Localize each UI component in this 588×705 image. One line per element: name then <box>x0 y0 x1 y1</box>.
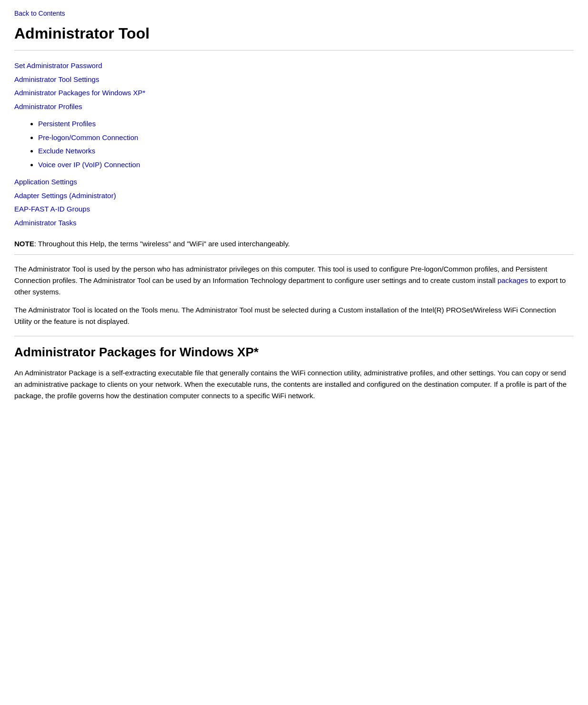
list-item: Pre-logon/Common Connection <box>38 131 574 145</box>
packages-inline-link[interactable]: packages <box>497 276 528 284</box>
body-section: The Administrator Tool is used by the pe… <box>14 263 574 327</box>
page-title: Administrator Tool <box>14 25 574 42</box>
list-item: Persistent Profiles <box>38 117 574 131</box>
toc-sublink-prelogon[interactable]: Pre-logon/Common Connection <box>38 131 574 145</box>
packages-section-heading: Administrator Packages for Windows XP* <box>14 345 574 360</box>
toc-link-admin-tasks[interactable]: Administrator Tasks <box>14 216 574 230</box>
toc-sublink-persistent-profiles[interactable]: Persistent Profiles <box>38 117 574 131</box>
toc-link-adapter-settings[interactable]: Adapter Settings (Administrator) <box>14 189 574 203</box>
list-item: Exclude Networks <box>38 144 574 158</box>
toc-sublink-exclude-networks[interactable]: Exclude Networks <box>38 144 574 158</box>
list-item: Voice over IP (VoIP) Connection <box>38 158 574 172</box>
toc-links: Set Administrator Password Administrator… <box>14 59 574 230</box>
body-paragraph-2: The Administrator Tool is located on the… <box>14 304 574 327</box>
packages-section: Administrator Packages for Windows XP* A… <box>14 345 574 402</box>
toc-link-set-admin-password[interactable]: Set Administrator Password <box>14 59 574 73</box>
toc-sublist: Persistent Profiles Pre-logon/Common Con… <box>38 117 574 171</box>
back-to-contents-link[interactable]: Back to Contents <box>14 10 574 17</box>
toc-link-admin-packages[interactable]: Administrator Packages for Windows XP* <box>14 86 574 100</box>
note-text: NOTE: Throughout this Help, the terms "w… <box>14 238 574 250</box>
divider-1 <box>14 50 574 50</box>
note-body: : Throughout this Help, the terms "wirel… <box>34 240 290 248</box>
divider-3 <box>14 336 574 336</box>
note-section: NOTE: Throughout this Help, the terms "w… <box>14 238 574 250</box>
divider-2 <box>14 254 574 255</box>
body-paragraph-1: The Administrator Tool is used by the pe… <box>14 263 574 298</box>
toc-sublink-voip[interactable]: Voice over IP (VoIP) Connection <box>38 158 574 172</box>
toc-link-app-settings[interactable]: Application Settings <box>14 175 574 189</box>
toc-link-admin-tool-settings[interactable]: Administrator Tool Settings <box>14 73 574 87</box>
toc-link-admin-profiles[interactable]: Administrator Profiles <box>14 100 574 114</box>
packages-section-paragraph: An Administrator Package is a self-extra… <box>14 367 574 402</box>
note-bold: NOTE <box>14 240 34 248</box>
toc-link-eap-fast[interactable]: EAP-FAST A-ID Groups <box>14 202 574 216</box>
